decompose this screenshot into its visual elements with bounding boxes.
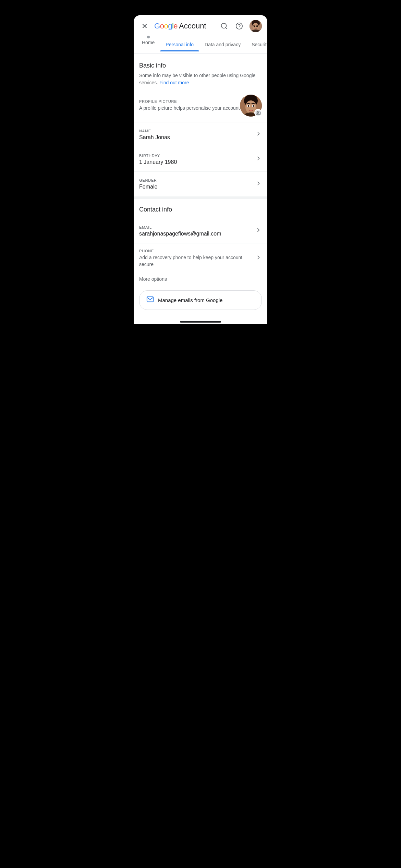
- header-icons: [219, 20, 262, 32]
- more-options-label: More options: [139, 276, 167, 282]
- google-logo: Google Account: [154, 22, 215, 31]
- name-label: NAME: [139, 129, 252, 133]
- basic-info-description: Some info may be visible to other people…: [139, 72, 262, 86]
- app-header: Google Account: [134, 15, 267, 36]
- manage-emails-button[interactable]: Manage emails from Google: [139, 290, 262, 310]
- home-tab-dot: [147, 36, 150, 38]
- tab-home-label: Home: [142, 40, 155, 49]
- find-out-more-link[interactable]: Find out more: [159, 80, 189, 85]
- basic-info-title: Basic info: [139, 62, 262, 69]
- email-label: EMAIL: [139, 225, 252, 229]
- tab-data-privacy[interactable]: Data and privacy: [199, 38, 246, 51]
- gender-content: GENDER Female: [139, 178, 252, 190]
- birthday-chevron-icon: [255, 155, 262, 164]
- name-item[interactable]: NAME Sarah Jonas: [134, 122, 267, 147]
- tab-data-privacy-label: Data and privacy: [205, 42, 241, 51]
- birthday-label: BIRTHDAY: [139, 154, 252, 158]
- tab-home[interactable]: Home: [136, 36, 160, 53]
- help-button[interactable]: [234, 21, 244, 31]
- svg-point-20: [257, 112, 259, 113]
- search-button[interactable]: [219, 21, 229, 31]
- svg-point-18: [248, 105, 249, 107]
- basic-info-header: Basic info Some info may be visible to o…: [134, 54, 267, 89]
- gender-value: Female: [139, 184, 252, 190]
- tab-security-label: Security: [252, 42, 267, 51]
- tabs-navigation: Home Personal info Data and privacy Secu…: [134, 36, 267, 54]
- phone-item[interactable]: PHONE Add a recovery phone to help keep …: [134, 243, 267, 273]
- manage-emails-label: Manage emails from Google: [158, 297, 222, 303]
- profile-picture-item[interactable]: PROFILE PICTURE A profile picture helps …: [134, 89, 267, 122]
- name-chevron-icon: [255, 130, 262, 139]
- gender-label: GENDER: [139, 178, 252, 182]
- phone-chevron-icon: [255, 254, 262, 263]
- name-content: NAME Sarah Jonas: [139, 129, 252, 141]
- birthday-value: 1 January 1980: [139, 159, 252, 165]
- svg-line-3: [226, 27, 227, 29]
- home-bar: [180, 321, 221, 323]
- email-chevron-icon: [255, 227, 262, 235]
- contact-info-header: Contact info: [134, 199, 267, 219]
- envelope-icon: [146, 296, 154, 305]
- profile-picture-label: PROFILE PICTURE: [139, 99, 240, 104]
- app-title: Account: [179, 22, 206, 31]
- phone-content: PHONE Add a recovery phone to help keep …: [139, 249, 252, 268]
- email-content: EMAIL sarahjonaspageflows@gmail.com: [139, 225, 252, 237]
- camera-icon: [254, 109, 262, 117]
- svg-point-11: [256, 26, 258, 27]
- close-button[interactable]: [139, 21, 150, 32]
- tab-personal-info[interactable]: Personal info: [160, 38, 199, 51]
- profile-picture-content: PROFILE PICTURE A profile picture helps …: [139, 99, 240, 112]
- tab-active-indicator: [160, 50, 199, 51]
- svg-point-2: [221, 23, 227, 28]
- svg-point-8: [253, 23, 259, 31]
- phone-label: PHONE: [139, 249, 252, 253]
- svg-point-19: [253, 105, 254, 107]
- tab-security[interactable]: Security: [246, 38, 267, 51]
- tab-personal-info-label: Personal info: [166, 42, 194, 51]
- svg-point-10: [254, 26, 255, 27]
- phone-description: Add a recovery phone to help keep your a…: [139, 254, 252, 268]
- contact-info-title: Contact info: [139, 206, 262, 213]
- more-options[interactable]: More options: [134, 273, 267, 288]
- gender-item[interactable]: GENDER Female: [134, 172, 267, 196]
- birthday-content: BIRTHDAY 1 January 1980: [139, 154, 252, 165]
- section-divider: [134, 196, 267, 199]
- home-indicator: [134, 318, 267, 324]
- profile-picture-avatar[interactable]: [240, 95, 262, 117]
- profile-picture-description: A profile picture helps personalise your…: [139, 105, 240, 112]
- gender-chevron-icon: [255, 180, 262, 189]
- name-value: Sarah Jonas: [139, 134, 252, 141]
- user-avatar[interactable]: [250, 20, 262, 32]
- birthday-item[interactable]: BIRTHDAY 1 January 1980: [134, 147, 267, 172]
- email-value: sarahjonaspageflows@gmail.com: [139, 231, 252, 237]
- email-item[interactable]: EMAIL sarahjonaspageflows@gmail.com: [134, 219, 267, 243]
